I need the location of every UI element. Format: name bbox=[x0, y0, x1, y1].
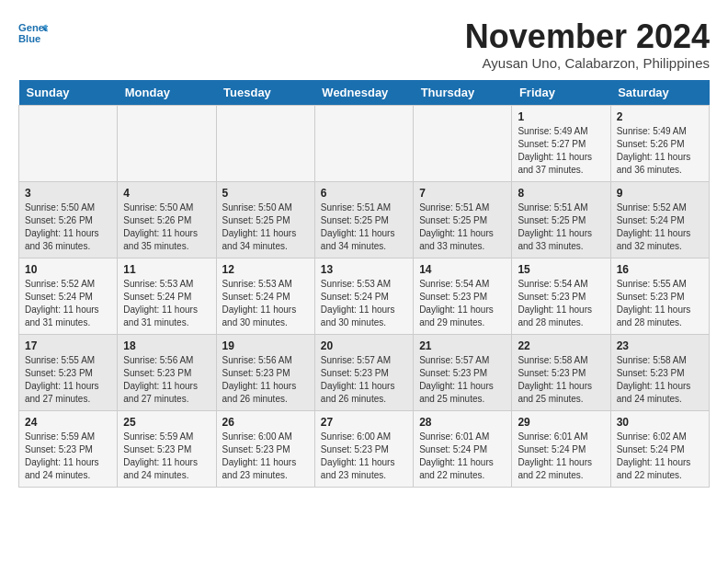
week-row-5: 24Sunrise: 5:59 AM Sunset: 5:23 PM Dayli… bbox=[19, 410, 710, 487]
calendar-cell: 18Sunrise: 5:56 AM Sunset: 5:23 PM Dayli… bbox=[118, 334, 216, 410]
calendar-cell: 9Sunrise: 5:52 AM Sunset: 5:24 PM Daylig… bbox=[610, 181, 709, 258]
week-row-1: 1Sunrise: 5:49 AM Sunset: 5:27 PM Daylig… bbox=[19, 105, 710, 181]
day-number: 11 bbox=[123, 263, 210, 276]
day-detail: Sunrise: 5:52 AM Sunset: 5:24 PM Dayligh… bbox=[617, 201, 703, 253]
logo-icon: General Blue bbox=[18, 18, 48, 48]
day-number: 15 bbox=[518, 263, 604, 276]
day-detail: Sunrise: 5:49 AM Sunset: 5:27 PM Dayligh… bbox=[518, 125, 604, 177]
day-detail: Sunrise: 5:53 AM Sunset: 5:24 PM Dayligh… bbox=[222, 278, 309, 329]
weekday-header-friday: Friday bbox=[512, 80, 610, 106]
day-detail: Sunrise: 5:59 AM Sunset: 5:23 PM Dayligh… bbox=[123, 431, 210, 482]
month-year-title: November 2024 bbox=[465, 18, 710, 55]
day-number: 6 bbox=[321, 187, 407, 200]
week-row-3: 10Sunrise: 5:52 AM Sunset: 5:24 PM Dayli… bbox=[19, 258, 710, 334]
weekday-header-tuesday: Tuesday bbox=[216, 80, 314, 106]
calendar-cell: 26Sunrise: 6:00 AM Sunset: 5:23 PM Dayli… bbox=[216, 410, 314, 487]
day-detail: Sunrise: 5:52 AM Sunset: 5:24 PM Dayligh… bbox=[25, 278, 111, 329]
day-detail: Sunrise: 5:57 AM Sunset: 5:23 PM Dayligh… bbox=[321, 354, 407, 406]
calendar-cell: 7Sunrise: 5:51 AM Sunset: 5:25 PM Daylig… bbox=[414, 181, 512, 258]
calendar-cell: 30Sunrise: 6:02 AM Sunset: 5:24 PM Dayli… bbox=[610, 410, 709, 487]
day-number: 27 bbox=[321, 416, 407, 429]
day-number: 17 bbox=[25, 339, 111, 352]
calendar-cell: 14Sunrise: 5:54 AM Sunset: 5:23 PM Dayli… bbox=[414, 258, 512, 334]
calendar-cell: 21Sunrise: 5:57 AM Sunset: 5:23 PM Dayli… bbox=[414, 334, 512, 410]
day-detail: Sunrise: 5:53 AM Sunset: 5:24 PM Dayligh… bbox=[123, 278, 210, 329]
day-number: 2 bbox=[617, 110, 703, 123]
day-number: 7 bbox=[419, 187, 506, 200]
day-detail: Sunrise: 5:49 AM Sunset: 5:26 PM Dayligh… bbox=[617, 125, 703, 177]
day-number: 9 bbox=[617, 187, 703, 200]
calendar-cell: 2Sunrise: 5:49 AM Sunset: 5:26 PM Daylig… bbox=[610, 105, 709, 181]
day-detail: Sunrise: 5:58 AM Sunset: 5:23 PM Dayligh… bbox=[518, 354, 604, 406]
day-number: 14 bbox=[419, 263, 506, 276]
calendar-cell: 27Sunrise: 6:00 AM Sunset: 5:23 PM Dayli… bbox=[314, 410, 413, 487]
week-row-4: 17Sunrise: 5:55 AM Sunset: 5:23 PM Dayli… bbox=[19, 334, 710, 410]
day-detail: Sunrise: 5:55 AM Sunset: 5:23 PM Dayligh… bbox=[25, 354, 111, 406]
page-header: General Blue November 2024 Ayusan Uno, C… bbox=[18, 18, 710, 71]
day-detail: Sunrise: 6:02 AM Sunset: 5:24 PM Dayligh… bbox=[617, 431, 703, 482]
calendar-cell: 12Sunrise: 5:53 AM Sunset: 5:24 PM Dayli… bbox=[216, 258, 314, 334]
day-detail: Sunrise: 5:53 AM Sunset: 5:24 PM Dayligh… bbox=[321, 278, 407, 329]
calendar-cell bbox=[414, 105, 512, 181]
svg-text:Blue: Blue bbox=[18, 33, 40, 44]
day-number: 19 bbox=[222, 339, 309, 352]
day-number: 20 bbox=[321, 339, 407, 352]
day-number: 24 bbox=[25, 416, 111, 429]
day-number: 18 bbox=[123, 339, 210, 352]
calendar-cell: 10Sunrise: 5:52 AM Sunset: 5:24 PM Dayli… bbox=[19, 258, 118, 334]
calendar-cell: 29Sunrise: 6:01 AM Sunset: 5:24 PM Dayli… bbox=[512, 410, 610, 487]
day-number: 10 bbox=[25, 263, 111, 276]
day-detail: Sunrise: 6:01 AM Sunset: 5:24 PM Dayligh… bbox=[419, 431, 506, 482]
calendar-cell: 19Sunrise: 5:56 AM Sunset: 5:23 PM Dayli… bbox=[216, 334, 314, 410]
calendar-cell: 1Sunrise: 5:49 AM Sunset: 5:27 PM Daylig… bbox=[512, 105, 610, 181]
calendar-cell: 4Sunrise: 5:50 AM Sunset: 5:26 PM Daylig… bbox=[118, 181, 216, 258]
day-number: 16 bbox=[617, 263, 703, 276]
calendar-cell: 23Sunrise: 5:58 AM Sunset: 5:23 PM Dayli… bbox=[610, 334, 709, 410]
day-number: 23 bbox=[617, 339, 703, 352]
day-detail: Sunrise: 5:56 AM Sunset: 5:23 PM Dayligh… bbox=[123, 354, 210, 406]
day-number: 29 bbox=[518, 416, 604, 429]
calendar-cell bbox=[118, 105, 216, 181]
day-detail: Sunrise: 5:51 AM Sunset: 5:25 PM Dayligh… bbox=[321, 201, 407, 253]
day-number: 28 bbox=[419, 416, 506, 429]
day-number: 26 bbox=[222, 416, 309, 429]
day-number: 3 bbox=[25, 187, 111, 200]
day-number: 30 bbox=[617, 416, 703, 429]
weekday-header-row: SundayMondayTuesdayWednesdayThursdayFrid… bbox=[19, 80, 710, 106]
calendar-table: SundayMondayTuesdayWednesdayThursdayFrid… bbox=[18, 80, 710, 488]
location-subtitle: Ayusan Uno, Calabarzon, Philippines bbox=[465, 55, 710, 71]
week-row-2: 3Sunrise: 5:50 AM Sunset: 5:26 PM Daylig… bbox=[19, 181, 710, 258]
day-number: 21 bbox=[419, 339, 506, 352]
calendar-cell bbox=[314, 105, 413, 181]
day-detail: Sunrise: 5:58 AM Sunset: 5:23 PM Dayligh… bbox=[617, 354, 703, 406]
day-number: 12 bbox=[222, 263, 309, 276]
weekday-header-saturday: Saturday bbox=[610, 80, 709, 106]
day-detail: Sunrise: 5:51 AM Sunset: 5:25 PM Dayligh… bbox=[419, 201, 506, 253]
day-detail: Sunrise: 6:00 AM Sunset: 5:23 PM Dayligh… bbox=[321, 431, 407, 482]
calendar-cell: 20Sunrise: 5:57 AM Sunset: 5:23 PM Dayli… bbox=[314, 334, 413, 410]
calendar-cell: 3Sunrise: 5:50 AM Sunset: 5:26 PM Daylig… bbox=[19, 181, 118, 258]
calendar-cell: 6Sunrise: 5:51 AM Sunset: 5:25 PM Daylig… bbox=[314, 181, 413, 258]
weekday-header-monday: Monday bbox=[118, 80, 216, 106]
calendar-cell: 11Sunrise: 5:53 AM Sunset: 5:24 PM Dayli… bbox=[118, 258, 216, 334]
calendar-cell: 8Sunrise: 5:51 AM Sunset: 5:25 PM Daylig… bbox=[512, 181, 610, 258]
day-number: 22 bbox=[518, 339, 604, 352]
calendar-cell: 5Sunrise: 5:50 AM Sunset: 5:25 PM Daylig… bbox=[216, 181, 314, 258]
day-number: 8 bbox=[518, 187, 604, 200]
day-detail: Sunrise: 6:00 AM Sunset: 5:23 PM Dayligh… bbox=[222, 431, 309, 482]
day-detail: Sunrise: 6:01 AM Sunset: 5:24 PM Dayligh… bbox=[518, 431, 604, 482]
logo: General Blue bbox=[18, 18, 48, 48]
day-detail: Sunrise: 5:51 AM Sunset: 5:25 PM Dayligh… bbox=[518, 201, 604, 253]
day-detail: Sunrise: 5:50 AM Sunset: 5:26 PM Dayligh… bbox=[123, 201, 210, 253]
day-detail: Sunrise: 5:56 AM Sunset: 5:23 PM Dayligh… bbox=[222, 354, 309, 406]
day-number: 4 bbox=[123, 187, 210, 200]
calendar-cell: 16Sunrise: 5:55 AM Sunset: 5:23 PM Dayli… bbox=[610, 258, 709, 334]
day-detail: Sunrise: 5:55 AM Sunset: 5:23 PM Dayligh… bbox=[617, 278, 703, 329]
title-section: November 2024 Ayusan Uno, Calabarzon, Ph… bbox=[465, 18, 710, 71]
calendar-cell bbox=[216, 105, 314, 181]
calendar-cell: 13Sunrise: 5:53 AM Sunset: 5:24 PM Dayli… bbox=[314, 258, 413, 334]
calendar-cell: 15Sunrise: 5:54 AM Sunset: 5:23 PM Dayli… bbox=[512, 258, 610, 334]
day-number: 13 bbox=[321, 263, 407, 276]
day-detail: Sunrise: 5:59 AM Sunset: 5:23 PM Dayligh… bbox=[25, 431, 111, 482]
calendar-cell bbox=[19, 105, 118, 181]
